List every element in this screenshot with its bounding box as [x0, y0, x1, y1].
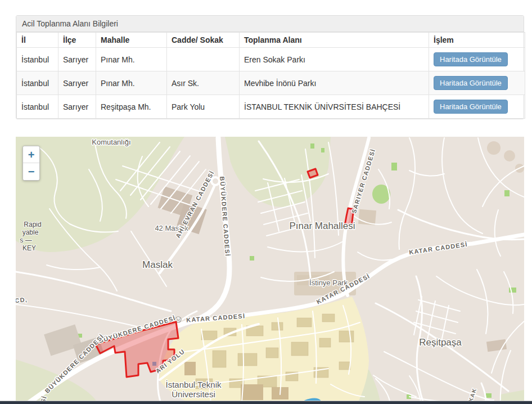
map-label: KEY	[22, 244, 36, 252]
cell-toplanma: İSTANBUL TEKNİK ÜNİVRSİTESİ BAHÇESİ	[240, 95, 429, 119]
map-label: İstanbul Teknik	[166, 380, 222, 389]
cell-ilce: Sarıyer	[58, 95, 96, 119]
cell-il: İstanbul	[17, 95, 58, 119]
col-ilce: İlçe	[58, 33, 96, 48]
map-label: s —	[20, 236, 31, 244]
map-label: Komutanlığı	[92, 138, 130, 146]
table-row: İstanbul Sarıyer Pınar Mh. Eren Sokak Pa…	[17, 48, 525, 71]
table-row: İstanbul Sarıyer Reşitpaşa Mh. Park Yolu…	[17, 95, 525, 119]
cell-il: İstanbul	[17, 48, 58, 71]
map-label: Reşitpaşa	[419, 337, 462, 348]
cell-mahalle: Pınar Mh.	[96, 48, 167, 71]
svg-text:M: M	[177, 318, 180, 322]
map[interactable]: + −	[16, 137, 524, 404]
panel-title: Acil Toplanma Alanı Bilgileri	[16, 16, 524, 32]
zoom-out-button[interactable]: −	[23, 163, 39, 180]
show-on-map-button[interactable]: Haritada Görüntüle	[434, 52, 508, 66]
cell-il: İstanbul	[17, 71, 58, 95]
page-content: Acil Toplanma Alanı Bilgileri İl İlçe Ma…	[0, 0, 532, 404]
cell-ilce: Sarıyer	[58, 71, 96, 95]
map-label: Maslak	[142, 259, 173, 270]
cell-ilce: Sarıyer	[58, 48, 96, 71]
assembly-table: İl İlçe Mahalle Cadde/ Sokak Toplanma Al…	[16, 32, 525, 119]
show-on-map-button[interactable]: Haritada Görüntüle	[434, 100, 508, 114]
show-on-map-button[interactable]: Haritada Görüntüle	[434, 76, 508, 90]
map-label: Pınar Mahallesi	[289, 221, 355, 231]
map-zoom-control: + −	[22, 146, 40, 181]
map-canvas[interactable]: M Komutanlığı42 MaslakMaslakPınar Mahall…	[16, 137, 524, 404]
map-label: Rapid	[24, 221, 41, 228]
cell-toplanma: Mevhibe İnönü Parkı	[240, 71, 429, 95]
table-row: İstanbul Sarıyer Pınar Mh. Asır Sk. Mevh…	[17, 71, 525, 95]
cell-toplanma: Eren Sokak Parkı	[240, 48, 429, 71]
table-header-row: İl İlçe Mahalle Cadde/ Sokak Toplanma Al…	[17, 33, 525, 48]
col-mahalle: Mahalle	[96, 33, 167, 48]
map-label: yable	[22, 228, 39, 236]
col-islem: İşlem	[429, 33, 525, 48]
col-cadde: Cadde/ Sokak	[167, 33, 240, 48]
assembly-info-panel: Acil Toplanma Alanı Bilgileri İl İlçe Ma…	[16, 15, 524, 119]
cell-mahalle: Pınar Mh.	[96, 71, 167, 95]
col-il: İl	[17, 33, 58, 48]
cell-cadde: Park Yolu	[167, 95, 240, 119]
cell-cadde: Asır Sk.	[167, 71, 240, 95]
map-label: Üniversitesi	[172, 389, 215, 399]
page-footer-bar	[0, 401, 532, 404]
col-toplanma: Toplanma Alanı	[240, 33, 429, 48]
cell-cadde	[167, 48, 240, 71]
cell-mahalle: Reşitpaşa Mh.	[96, 95, 167, 119]
zoom-in-button[interactable]: +	[23, 146, 39, 163]
map-label: CD,	[16, 296, 28, 304]
